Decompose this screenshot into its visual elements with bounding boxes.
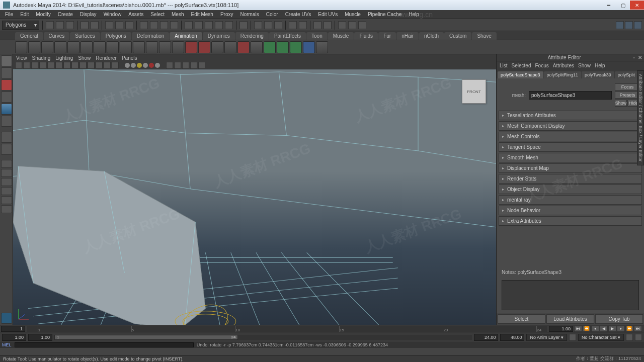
range-end-out[interactable]: 48.00 [500, 334, 524, 341]
select-component-icon[interactable] [125, 21, 133, 29]
layout2-icon[interactable] [348, 21, 356, 29]
light-dot-icon[interactable] [143, 63, 148, 68]
attr-tab[interactable]: polyTweak39 [582, 71, 614, 78]
shelf-tab-fur[interactable]: Fur [378, 32, 396, 40]
prefs-icon[interactable] [635, 334, 642, 341]
menu-modify[interactable]: Modify [33, 11, 53, 18]
select-object-icon[interactable] [115, 21, 123, 29]
rotate-tool-icon[interactable] [1, 104, 12, 115]
menu-assets[interactable]: Assets [125, 11, 146, 18]
play-forward-icon[interactable]: ▶ [608, 326, 616, 332]
menu-edit[interactable]: Edit [17, 11, 32, 18]
attr-menu-focus[interactable]: Focus [535, 63, 548, 68]
undock-icon[interactable]: ▫ [631, 55, 637, 60]
shelf-icon[interactable] [290, 41, 302, 53]
shelf-tab-surfaces[interactable]: Surfaces [70, 32, 100, 40]
select-vertex-icon[interactable] [140, 21, 148, 29]
panel-menu-lighting[interactable]: Lighting [55, 55, 73, 61]
step-forward-icon[interactable]: ⏩ [625, 326, 633, 332]
shelf-icon[interactable] [107, 41, 119, 53]
menu-editmesh[interactable]: Edit Mesh [188, 11, 216, 18]
render-icon[interactable] [254, 21, 262, 29]
anim-layer-combo[interactable]: No Anim Layer ▾ [526, 334, 567, 341]
shelf-icon[interactable] [94, 41, 106, 53]
attr-section[interactable]: Displacement Map [499, 163, 642, 173]
panel-tool-icon[interactable] [47, 62, 54, 69]
layout-persp-icon[interactable] [1, 187, 12, 195]
sidebar-toggle3-icon[interactable] [634, 21, 642, 29]
menu-normals[interactable]: Normals [237, 11, 262, 18]
shelf-tab-deformation[interactable]: Deformation [132, 32, 169, 40]
shelf-icon[interactable] [41, 41, 53, 53]
mode-selector[interactable]: Polygons▾ [2, 21, 39, 30]
input-field-icon[interactable] [289, 21, 297, 29]
load-attributes-button[interactable]: Load Attributes [546, 314, 594, 324]
panel-tool-icon[interactable] [88, 62, 95, 69]
sidebar-toggle2-icon[interactable] [625, 21, 633, 29]
range-end-in[interactable]: 24.00 [474, 334, 498, 341]
presets-button[interactable]: Presets [615, 92, 640, 99]
snap-plane-icon[interactable] [215, 21, 223, 29]
menu-display[interactable]: Display [77, 11, 100, 18]
mesh-input[interactable] [529, 91, 612, 100]
shelf-tab-painteffects[interactable]: PaintEffects [269, 32, 306, 40]
panel-tool-icon[interactable] [182, 62, 189, 69]
menu-proxy[interactable]: Proxy [217, 11, 236, 18]
soft-mod-tool-icon[interactable] [1, 144, 12, 155]
step-back-icon[interactable]: ⏪ [583, 326, 591, 332]
current-frame-field[interactable]: 1.00 [549, 326, 573, 332]
panel-tool-icon[interactable] [104, 62, 111, 69]
menu-window[interactable]: Window [101, 11, 125, 18]
shelf-icon[interactable] [198, 41, 210, 53]
panel-tool-icon[interactable] [23, 62, 30, 69]
shelf-icon[interactable] [159, 41, 171, 53]
attr-tab[interactable]: polySplit [615, 71, 638, 78]
panel-tool-icon[interactable] [55, 62, 62, 69]
attr-section[interactable]: Node Behavior [499, 206, 642, 215]
input-absolute-icon[interactable] [299, 21, 307, 29]
scale-tool-icon[interactable] [1, 116, 12, 127]
shelf-tab-custom[interactable]: Custom [444, 32, 471, 40]
attr-menu-help[interactable]: Help [595, 63, 605, 68]
attr-section[interactable]: Render Stats [499, 174, 642, 184]
attr-menu-show[interactable]: Show [578, 63, 591, 68]
redo-icon[interactable] [91, 21, 99, 29]
range-handle[interactable]: 124 [54, 335, 238, 340]
attr-section[interactable]: Tessellation Attributes [499, 111, 642, 120]
attr-section[interactable]: Mesh Component Display [499, 121, 642, 131]
char-set-combo[interactable]: No Character Set ▾ [578, 334, 624, 341]
play-back-icon[interactable]: ◀ [600, 326, 608, 332]
shelf-icon[interactable] [251, 41, 263, 53]
shelf-icon[interactable] [80, 41, 93, 53]
panel-menu-view[interactable]: View [16, 55, 27, 61]
panel-tool-icon[interactable] [39, 62, 46, 69]
attr-section[interactable]: Smooth Mesh [499, 153, 642, 162]
panel-menu-renderer[interactable]: Renderer [96, 55, 117, 61]
layout3-icon[interactable] [358, 21, 366, 29]
menu-select[interactable]: Select [147, 11, 168, 18]
shelf-icon[interactable] [185, 41, 197, 53]
go-start-icon[interactable]: ⏮ [574, 326, 582, 332]
select-uv-icon[interactable] [170, 21, 178, 29]
shelf-icon[interactable] [316, 41, 328, 53]
attr-section[interactable]: Object Display [499, 185, 642, 194]
shelf-icon[interactable] [146, 41, 158, 53]
panel-menu-shading[interactable]: Shading [32, 55, 51, 61]
anim-layer-icon[interactable] [569, 334, 576, 341]
shelf-tab-polygons[interactable]: Polygons [101, 32, 131, 40]
select-button[interactable]: Select [498, 314, 545, 324]
panel-tool-icon[interactable] [166, 62, 173, 69]
light-dot-icon[interactable] [155, 63, 160, 68]
paint-select-tool-icon[interactable] [1, 79, 12, 90]
panel-tool-icon[interactable] [71, 62, 78, 69]
notes-box[interactable] [502, 280, 639, 310]
viewcube[interactable]: FRONT [462, 79, 486, 104]
open-scene-icon[interactable] [56, 21, 64, 29]
shelf-icon[interactable] [237, 41, 250, 53]
panel-tool-icon[interactable] [174, 62, 181, 69]
panel-tool-icon[interactable] [112, 62, 119, 69]
maximize-button[interactable]: ▢ [616, 1, 630, 10]
shelf-icon[interactable] [224, 41, 236, 53]
shelf-tab-dynamics[interactable]: Dynamics [203, 32, 235, 40]
shelf-icon[interactable] [120, 41, 132, 53]
